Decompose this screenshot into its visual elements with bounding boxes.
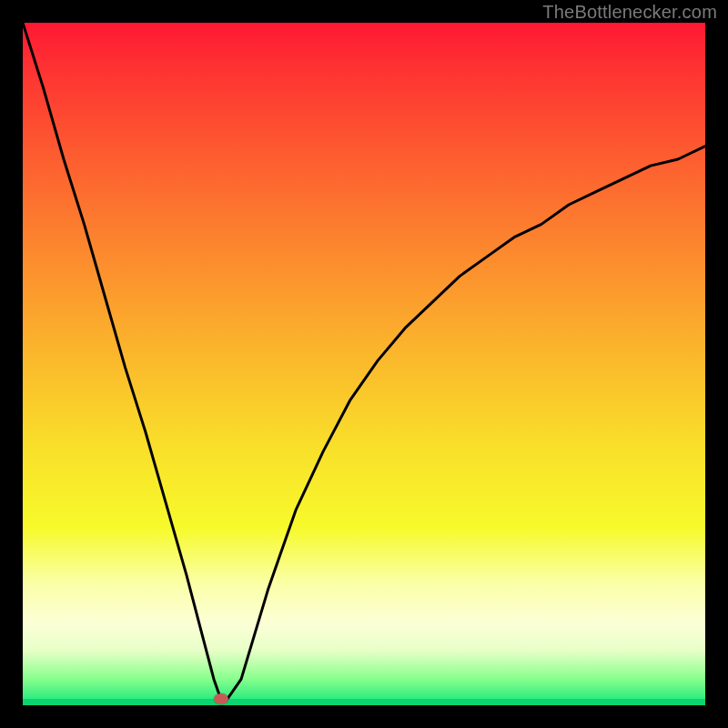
optimal-point-marker (214, 693, 228, 704)
page-root: TheBottlenecker.com (0, 0, 728, 728)
bottleneck-curve (23, 23, 705, 705)
curve-path (23, 23, 705, 699)
plot-area (23, 23, 705, 705)
watermark-text: TheBottlenecker.com (542, 2, 717, 23)
